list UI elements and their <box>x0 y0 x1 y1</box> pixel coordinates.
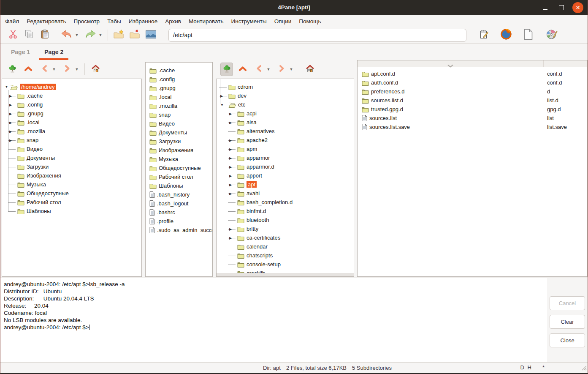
collapse-icon[interactable]: ▼ <box>4 85 9 89</box>
undo-history-dropdown[interactable]: ▼ <box>73 33 80 37</box>
expand-icon[interactable]: ▶ <box>229 236 232 240</box>
undo-button[interactable] <box>60 28 73 42</box>
expand-icon[interactable]: ▶ <box>229 112 232 115</box>
minimize-button[interactable] <box>539 2 550 13</box>
list-item[interactable]: .bash_logout <box>149 199 212 208</box>
tree-row[interactable]: Шаблоны <box>2 207 141 216</box>
list-item[interactable]: Шаблоны <box>149 181 212 190</box>
forward-history-dropdown[interactable]: ▼ <box>288 67 295 71</box>
back-button[interactable] <box>38 63 51 76</box>
expand-icon[interactable]: ▶ <box>229 174 232 177</box>
tree-row[interactable]: ▼/home/andrey <box>2 82 141 91</box>
tree-row[interactable]: ▶apt <box>217 180 354 189</box>
list-item[interactable]: .bash_history <box>149 190 212 199</box>
terminal-output[interactable]: andrey@ubuntu-2004: /etc/apt $>lsb_relea… <box>0 278 547 362</box>
expand-icon[interactable]: ▶ <box>220 94 223 98</box>
back-history-dropdown[interactable]: ▼ <box>265 67 272 71</box>
column-header[interactable] <box>358 60 587 67</box>
list-item[interactable]: snap <box>149 110 212 119</box>
forward-history-dropdown[interactable]: ▼ <box>73 67 80 71</box>
file-row[interactable]: apt.conf.dconf.d <box>358 69 587 78</box>
up-button[interactable] <box>22 63 35 76</box>
cut-button[interactable] <box>6 28 20 42</box>
file-row[interactable]: sources.list.savelist.save <box>358 123 587 131</box>
expand-icon[interactable]: ▶ <box>9 129 12 133</box>
tree-row[interactable]: console-setup <box>217 260 354 269</box>
tree-row[interactable]: cdrom <box>217 82 354 91</box>
pane-splitter[interactable] <box>354 60 357 277</box>
tree-row[interactable]: ▶apm <box>217 145 354 153</box>
tree-row[interactable]: ▶alsa <box>217 118 354 127</box>
list-item[interactable]: Документы <box>149 128 212 137</box>
list-item[interactable]: Видео <box>149 119 212 128</box>
maximize-button[interactable] <box>556 2 567 13</box>
tree-row[interactable]: Видео <box>2 145 141 153</box>
clear-button[interactable]: Clear <box>550 315 585 329</box>
title-bar[interactable]: 4Pane [apt/] ✕ <box>0 0 588 15</box>
tree-row[interactable]: ▶.local <box>2 118 141 127</box>
tree-row[interactable]: ▶dev <box>217 91 354 100</box>
list-item[interactable]: .cache <box>149 66 212 75</box>
expand-icon[interactable]: ▶ <box>229 138 232 142</box>
menu-item[interactable]: Табы <box>103 18 125 25</box>
burn-cd-button[interactable] <box>545 28 558 42</box>
pane-splitter[interactable] <box>142 60 145 277</box>
tree-row[interactable]: bash_completion.d <box>217 198 354 207</box>
tree-toggle-button[interactable] <box>6 63 19 76</box>
list-item[interactable]: .mozilla <box>149 101 212 110</box>
menu-item[interactable]: Избранное <box>125 18 161 25</box>
redo-button[interactable] <box>84 28 97 42</box>
tree-row[interactable]: bluetooth <box>217 216 354 224</box>
menu-item[interactable]: Редактировать <box>23 18 70 25</box>
tree-row[interactable]: ▶.config <box>2 100 141 109</box>
expand-icon[interactable]: ▶ <box>229 120 232 124</box>
expand-icon[interactable]: ▶ <box>229 183 232 186</box>
list-item[interactable]: Изображения <box>149 146 212 155</box>
tree-row[interactable]: Общедоступные <box>2 189 141 198</box>
tree-row[interactable]: Загрузки <box>2 162 141 171</box>
menu-item[interactable]: Помощь <box>295 18 325 25</box>
close-button[interactable]: ✕ <box>572 2 583 13</box>
tab-page-1[interactable]: Page 1 <box>4 44 37 60</box>
tree-row[interactable]: Музыка <box>2 180 141 189</box>
up-button[interactable] <box>236 63 249 76</box>
file-row[interactable]: trusted.gpg.dgpg.d <box>358 105 587 114</box>
forward-button[interactable] <box>275 63 288 76</box>
expand-icon[interactable]: ▶ <box>229 191 232 195</box>
tree-row[interactable]: ▶snap <box>2 136 141 145</box>
collapse-icon[interactable]: ▼ <box>220 103 224 106</box>
list-item[interactable]: .gnupg <box>149 84 212 93</box>
tree-row[interactable]: ▶.cache <box>2 91 141 100</box>
file-row[interactable]: sources.list.dlist.d <box>358 96 587 105</box>
expand-icon[interactable]: ▶ <box>9 103 12 106</box>
expand-icon[interactable]: ▶ <box>9 120 12 124</box>
list-item[interactable]: .local <box>149 93 212 101</box>
expand-icon[interactable]: ▶ <box>9 112 12 115</box>
list-item[interactable]: Загрузки <box>149 137 212 146</box>
tree-row[interactable]: ▼etc <box>217 100 354 109</box>
back-button[interactable] <box>252 63 265 76</box>
tab-page-2[interactable]: Page 2 <box>37 44 70 60</box>
menu-item[interactable]: Инструменты <box>228 18 271 25</box>
tree-row[interactable]: ▶apparmor.d <box>217 162 354 171</box>
back-history-dropdown[interactable]: ▼ <box>51 67 57 71</box>
expand-icon[interactable]: ▶ <box>229 147 232 151</box>
tree-row[interactable]: Рабочий стол <box>2 198 141 207</box>
menu-item[interactable]: Опции <box>271 18 295 25</box>
list-item[interactable]: .profile <box>149 217 212 226</box>
menu-item[interactable]: Просмотр <box>70 18 103 25</box>
horizontal-scrollbar[interactable] <box>217 273 354 276</box>
list-item[interactable]: Музыка <box>149 155 212 164</box>
tree-row[interactable]: ▶apport <box>217 171 354 180</box>
tree-row[interactable]: binfmt.d <box>217 207 354 216</box>
close-terminal-button[interactable]: Close <box>550 333 585 347</box>
redo-history-dropdown[interactable]: ▼ <box>97 33 104 37</box>
list-item[interactable]: .bashrc <box>149 208 212 217</box>
tree-row[interactable]: ▶ca-certificates <box>217 233 354 242</box>
tree-row[interactable]: Документы <box>2 153 141 162</box>
resize-grip[interactable] <box>581 365 587 372</box>
menu-item[interactable]: Архив <box>161 18 185 25</box>
home-button[interactable] <box>303 63 316 76</box>
tree-toggle-button[interactable] <box>220 63 233 76</box>
file-row[interactable]: auth.conf.dconf.d <box>358 78 587 87</box>
